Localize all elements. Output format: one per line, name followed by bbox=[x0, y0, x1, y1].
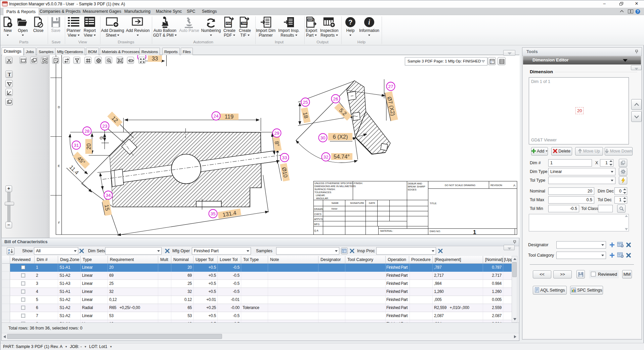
svg-text:TOLERANCES:: TOLERANCES: bbox=[314, 191, 332, 194]
svg-text:SURFACE FINISH:: SURFACE FINISH: bbox=[314, 188, 335, 191]
svg-text:54.74°: 54.74° bbox=[334, 154, 350, 160]
svg-text:31: 31 bbox=[74, 143, 79, 148]
svg-text:T: T bbox=[8, 72, 11, 77]
svg-text:DO NOT SCALE DRAWING: DO NOT SCALE DRAWING bbox=[445, 184, 476, 187]
svg-text:20: 20 bbox=[86, 143, 92, 149]
svg-text:F: F bbox=[58, 221, 60, 224]
svg-text:MFG: MFG bbox=[314, 223, 320, 226]
svg-text:UNLESS OTHERWISE SPECIFIED:: UNLESS OTHERWISE SPECIFIED: bbox=[314, 182, 354, 185]
svg-text:34: 34 bbox=[105, 193, 111, 198]
svg-text:27: 27 bbox=[388, 84, 393, 89]
svg-text:29: 29 bbox=[274, 131, 279, 136]
svg-text:DATE: DATE bbox=[369, 202, 375, 205]
svg-text:32: 32 bbox=[323, 155, 328, 160]
svg-text:DIMENSIONS ARE IN MILLIMETERS: DIMENSIONS ARE IN MILLIMETERS bbox=[314, 185, 356, 188]
svg-text:26: 26 bbox=[333, 96, 338, 101]
svg-text:30: 30 bbox=[320, 135, 325, 140]
svg-text:23: 23 bbox=[102, 124, 107, 129]
svg-text:8°: 8° bbox=[274, 141, 281, 147]
svg-text:BREAK SHARP: BREAK SHARP bbox=[408, 185, 425, 188]
svg-text:18: 18 bbox=[302, 112, 309, 119]
svg-text:EDGES: EDGES bbox=[408, 188, 417, 191]
svg-text:1: 1 bbox=[473, 229, 476, 235]
svg-text:Q.A: Q.A bbox=[314, 229, 318, 232]
svg-text:A: A bbox=[513, 184, 515, 187]
svg-text:?: ? bbox=[637, 10, 639, 13]
svg-text:APPV'D: APPV'D bbox=[314, 218, 323, 221]
svg-text:ANGULAR:: ANGULAR: bbox=[316, 197, 329, 200]
svg-text:35: 35 bbox=[210, 211, 215, 216]
svg-text:6 (X2): 6 (X2) bbox=[333, 134, 348, 140]
svg-text:CHK'D: CHK'D bbox=[314, 213, 321, 216]
svg-text:33: 33 bbox=[282, 155, 287, 160]
svg-text:Victor: Victor bbox=[331, 207, 338, 210]
svg-text:Z: Z bbox=[8, 251, 10, 254]
svg-text:DWG NO.: DWG NO. bbox=[430, 230, 441, 233]
svg-text:25: 25 bbox=[303, 100, 308, 105]
svg-text:FINISH:: FINISH: bbox=[354, 182, 363, 185]
svg-text:TIFF: TIFF bbox=[242, 22, 247, 25]
svg-text:LINEAR:: LINEAR: bbox=[316, 194, 325, 197]
svg-text:SIGNATURE: SIGNATURE bbox=[350, 202, 364, 205]
svg-text:119: 119 bbox=[225, 114, 233, 120]
svg-text:TITLE:: TITLE: bbox=[430, 202, 437, 205]
svg-text:MATERIAL:: MATERIAL: bbox=[380, 229, 393, 232]
svg-text:D: D bbox=[58, 105, 60, 109]
svg-text:REVISION: REVISION bbox=[490, 184, 502, 187]
svg-text:15: 15 bbox=[104, 204, 111, 211]
svg-text:NAME: NAME bbox=[332, 202, 339, 205]
svg-text:24: 24 bbox=[213, 114, 219, 119]
svg-text:XDF: XDF bbox=[308, 18, 313, 21]
svg-text:28: 28 bbox=[84, 129, 89, 134]
svg-text:9: 9 bbox=[99, 136, 105, 139]
svg-text:33: 33 bbox=[152, 55, 158, 61]
svg-text:E: E bbox=[58, 164, 60, 168]
svg-text:i: i bbox=[368, 18, 370, 26]
svg-text:DRAWN: DRAWN bbox=[314, 208, 323, 211]
svg-text:?: ? bbox=[348, 18, 352, 26]
svg-text:DEBUR AND: DEBUR AND bbox=[408, 182, 422, 185]
